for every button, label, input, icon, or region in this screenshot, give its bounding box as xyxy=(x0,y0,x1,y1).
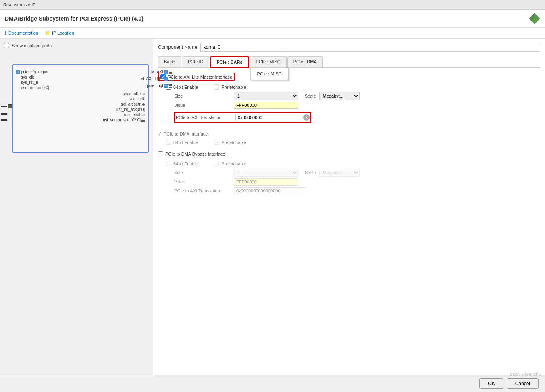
component-name-input[interactable] xyxy=(200,43,540,52)
documentation-link[interactable]: ℹ Documentation xyxy=(5,30,38,36)
tabs-container: Basic PCIe ID PCIe : BARs PCIe : MISC PC… xyxy=(158,56,540,68)
axi-lite-section: PCIe to AXI Lite Master Interface 64bit … xyxy=(158,73,540,124)
translation-label: PCIe to AXI Translation xyxy=(176,115,232,120)
m-axi-lite-lines xyxy=(169,77,172,81)
documentation-label: Documentation xyxy=(8,31,38,35)
prefetchable-checkbox[interactable] xyxy=(214,84,219,90)
bypass-translation-row: PCIe to AXI Translation xyxy=(174,187,540,194)
xilinx-logo xyxy=(529,13,540,24)
left-panel: Show disabled ports xyxy=(0,39,153,375)
bottom-bar: OK Cancel xyxy=(0,375,545,375)
bypass-value-input[interactable] xyxy=(234,178,298,186)
ip-location-link[interactable]: 📁 IP Location xyxy=(45,31,74,36)
dma-bit64-row: 64bit Enable xyxy=(166,140,198,145)
bypass-value-label: Value xyxy=(174,179,231,184)
port-usr-irq: usr_irq_req[0:0] xyxy=(16,85,145,90)
dma-bit64-checkbox[interactable] xyxy=(166,140,171,145)
bypass-bit64-row: 64bit Enable xyxy=(166,161,198,166)
port-axi-aresetn: axi_aresetn xyxy=(16,102,145,106)
title-bar: DMA/Bridge Subsystem for PCI Express (PC… xyxy=(0,10,545,28)
bypass-size-select[interactable]: 1 xyxy=(234,169,298,177)
port-msi-enable: msi_enable xyxy=(16,113,145,117)
bypass-translation-label: PCIe to AXI Translation xyxy=(174,188,231,193)
tab-dropdown-popup: PCIe : MISC xyxy=(250,67,289,80)
port-user-lnk: user_lnk_up xyxy=(16,92,145,96)
main-content: Show disabled ports xyxy=(0,39,545,375)
port-m-axi: M_AXI + xyxy=(140,70,172,74)
axi-lite-label: PCIe to AXI Lite Master Interface xyxy=(168,75,232,79)
ip-location-label: IP Location xyxy=(52,31,74,35)
value-row: Value xyxy=(174,102,540,109)
bypass-size-row: Size 1 Scale Megabyt... xyxy=(174,169,540,177)
dma-checkbox-row: ✓ PCIe to DMA Interface xyxy=(158,131,208,136)
info-icon: ℹ xyxy=(5,30,7,36)
tab-pcie-id[interactable]: PCIe ID xyxy=(182,56,210,67)
tab-pcie-dma[interactable]: PCIe : DMA xyxy=(287,56,323,67)
value-label: Value xyxy=(174,103,231,108)
prefetchable-row: Prefetchable xyxy=(214,84,246,90)
location-icon: 📁 xyxy=(45,31,50,36)
prefetchable-label: Prefetchable xyxy=(221,85,246,90)
bypass-bit64-checkbox[interactable] xyxy=(166,161,171,166)
dma-prefetchable-checkbox[interactable] xyxy=(214,140,219,145)
dma-prefetchable-label: Prefetchable xyxy=(221,140,246,145)
component-diagram: M_AXI + M_AXI_LITE + pcie_mgt + xyxy=(12,64,149,153)
scale-select[interactable]: Megabyt... xyxy=(319,92,360,100)
show-disabled-ports-checkbox[interactable] xyxy=(4,43,9,48)
show-disabled-ports-label: Show disabled ports xyxy=(12,43,52,48)
right-panel: Component Name Basic PCIe ID PCIe : BARs… xyxy=(153,39,545,375)
bypass-value-row: Value xyxy=(174,178,540,186)
port-sys-clk: sys_clk xyxy=(16,75,145,79)
dropdown-pcie-misc[interactable]: PCIe : MISC xyxy=(251,69,288,78)
size-select[interactable]: 1 xyxy=(234,92,298,100)
tab-pcie-bars[interactable]: PCIe : BARs xyxy=(210,56,249,68)
port-usr-irq-ack: usr_irq_ack[0:0] xyxy=(16,107,145,112)
bypass-scale-select[interactable]: Megabyt... xyxy=(319,169,360,177)
port-msi-vector: msi_vector_width[2:0] xyxy=(16,118,145,122)
bypass-translation-input[interactable] xyxy=(234,187,306,194)
dma-section: ✓ PCIe to DMA Interface 64bit Enable Pre… xyxy=(158,131,540,145)
port-pcie-mgt: pcie_mgt + xyxy=(140,83,172,88)
axi-aresetn-dot xyxy=(142,103,145,106)
port-sys-rst: sys_rst_n xyxy=(16,80,145,85)
dma-bypass-label: PCIe to DMA Bypass Interface xyxy=(165,152,225,156)
component-name-row: Component Name xyxy=(158,43,540,52)
dma-prefetchable-row: Prefetchable xyxy=(214,140,246,145)
pcie-mgt-lines xyxy=(169,84,172,88)
value-input[interactable] xyxy=(234,102,298,109)
top-bar-title: Re-customize IP xyxy=(3,2,36,7)
bypass-bit64-label: 64bit Enable xyxy=(173,161,198,166)
translation-input[interactable] xyxy=(235,114,300,121)
size-label: Size xyxy=(174,94,231,98)
translation-row: PCIe to AXI Translation ✕ xyxy=(174,112,311,123)
watermark: CSDN @搜狂·CPU xyxy=(510,372,541,375)
bypass-prefetchable-label: Prefetchable xyxy=(221,161,246,166)
size-row: Size 1 Scale Megabyt... xyxy=(174,92,540,100)
translation-clear-btn[interactable]: ✕ xyxy=(303,114,310,121)
dma-bypass-checkbox-row: PCIe to DMA Bypass Interface xyxy=(158,151,225,156)
pcie-cfg-plus[interactable]: + xyxy=(16,70,20,74)
show-disabled-ports-row: Show disabled ports xyxy=(4,43,149,48)
bypass-prefetchable-checkbox[interactable] xyxy=(214,161,219,166)
port-m-axi-lite: M_AXI_LITE + xyxy=(140,77,172,81)
tab-basic[interactable]: Basic xyxy=(158,56,181,67)
bypass-scale-label: Scale xyxy=(305,170,316,175)
dma-label: PCIe to DMA Interface xyxy=(164,131,208,136)
top-bar: Re-customize IP xyxy=(0,0,545,10)
tab-pcie-misc[interactable]: PCIe : MISC PCIe : MISC xyxy=(250,56,287,67)
port-pcie-cfg: + pcie_cfg_mgmt xyxy=(16,70,145,74)
scale-label: Scale xyxy=(305,94,316,98)
msi-vector-lines xyxy=(141,119,145,122)
m-axi-lite-plus[interactable]: + xyxy=(164,77,168,81)
port-axi-aclk: axi_aclk xyxy=(16,97,145,101)
m-axi-lines xyxy=(169,71,172,74)
m-axi-plus[interactable]: + xyxy=(164,70,168,74)
dma-bit64-label: 64bit Enable xyxy=(173,140,198,145)
pcie-mgt-plus[interactable]: + xyxy=(164,84,168,88)
page-title: DMA/Bridge Subsystem for PCI Express (PC… xyxy=(5,15,144,22)
dma-bypass-checkbox[interactable] xyxy=(158,151,163,156)
dma-bypass-section: PCIe to DMA Bypass Interface 64bit Enabl… xyxy=(158,151,540,194)
bypass-size-label: Size xyxy=(174,170,231,175)
docs-bar: ℹ Documentation 📁 IP Location xyxy=(0,28,545,39)
bypass-prefetchable-row: Prefetchable xyxy=(214,161,246,166)
